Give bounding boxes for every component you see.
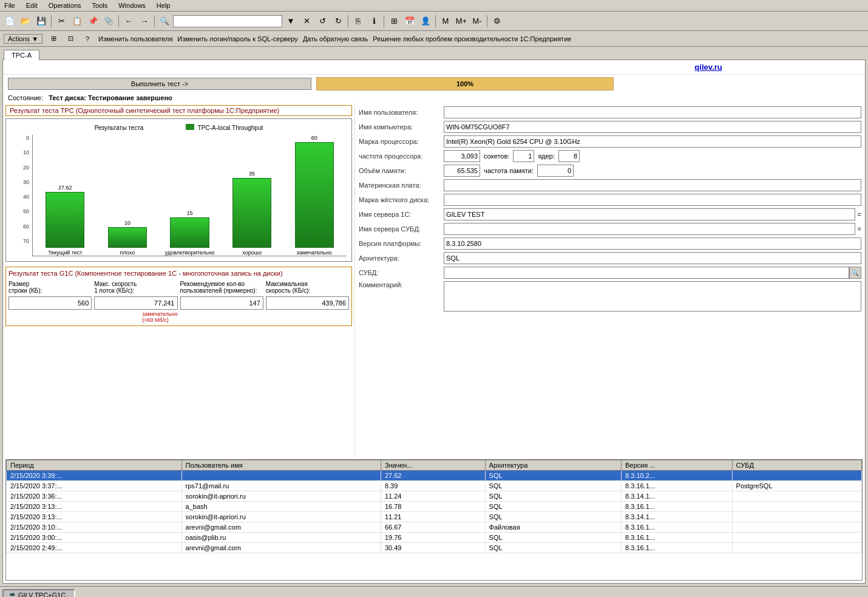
tb-copy2[interactable]: ⎘ bbox=[351, 15, 365, 28]
cores-input[interactable] bbox=[558, 150, 580, 162]
table-row[interactable]: 2/15/2020 3:36:...sorokin@it-apriori.ru1… bbox=[7, 491, 862, 502]
table-row[interactable]: 2/15/2020 2:49:...arevni@gmail.com30.49S… bbox=[7, 543, 862, 553]
data-table-container: Период Пользователь имя Значен... Архите… bbox=[5, 459, 863, 581]
tb-settings[interactable]: ⚙ bbox=[490, 15, 504, 28]
cell-value: 30.49 bbox=[381, 543, 485, 553]
cell-dbms bbox=[732, 533, 861, 543]
dbms-search-btn[interactable]: 🔍 bbox=[849, 267, 861, 279]
tb-user[interactable]: 👤 bbox=[418, 15, 433, 28]
sockets-input[interactable] bbox=[513, 150, 534, 162]
disk-label: Марка жёсткого диска: bbox=[359, 196, 444, 203]
cell-period: 2/15/2020 3:10:... bbox=[7, 522, 182, 533]
cell-dbms bbox=[732, 522, 861, 533]
tb-dropdown[interactable]: ▼ bbox=[283, 15, 298, 28]
cores-label: ядер: bbox=[538, 152, 555, 160]
tb-calendar[interactable]: 📅 bbox=[402, 15, 417, 28]
action-link-3[interactable]: Дать обратную связь bbox=[303, 35, 368, 43]
cell-value: 19.76 bbox=[381, 533, 485, 543]
tb-x[interactable]: ✕ bbox=[299, 15, 314, 28]
status-value: Тест диска: Тестирование завершено bbox=[49, 94, 172, 101]
arch-input[interactable] bbox=[444, 252, 861, 264]
tb-search-input[interactable] bbox=[173, 15, 282, 27]
actions-icon1[interactable]: ⊞ bbox=[47, 33, 59, 45]
legend-color bbox=[186, 124, 194, 130]
tb-m[interactable]: M bbox=[438, 15, 453, 28]
cell-dbms bbox=[732, 491, 861, 502]
server1c-input[interactable] bbox=[444, 208, 855, 220]
table-row[interactable]: 2/15/2020 3:13:...a_bash16.78SQL8.3.16.1… bbox=[7, 502, 862, 512]
tb-paste[interactable]: 📌 bbox=[86, 15, 100, 28]
platform-input[interactable] bbox=[444, 237, 861, 250]
menu-tools[interactable]: Tools bbox=[90, 1, 110, 10]
actions-dropdown[interactable]: Actions ▼ bbox=[4, 34, 42, 44]
g1c-value-2: 77,241 bbox=[94, 296, 177, 310]
menu-operations[interactable]: Operations bbox=[47, 1, 83, 10]
processor-input[interactable] bbox=[444, 135, 861, 148]
cell-user: rps71@mail.ru bbox=[181, 481, 381, 491]
run-test-button[interactable]: Выполнить тест -> bbox=[8, 78, 311, 90]
tb-mplus[interactable]: M+ bbox=[454, 15, 469, 28]
tb-refresh2[interactable]: ↻ bbox=[331, 15, 345, 28]
menu-help[interactable]: Help bbox=[155, 1, 172, 10]
site-link[interactable]: qilev.ru bbox=[694, 63, 722, 72]
form-row-dbms: СУБД: 🔍 bbox=[359, 267, 861, 279]
table-row[interactable]: 2/15/2020 3:39:...27.62SQL8.3.10.2... bbox=[7, 471, 862, 481]
tb-refresh[interactable]: ↺ bbox=[315, 15, 330, 28]
table-row[interactable]: 2/15/2020 3:37:...rps71@mail.ru8.39SQL8.… bbox=[7, 481, 862, 491]
tb-grid[interactable]: ⊞ bbox=[387, 15, 401, 28]
cell-period: 2/15/2020 3:37:... bbox=[7, 481, 182, 491]
tb-copy[interactable]: 📋 bbox=[70, 15, 84, 28]
tb-save[interactable]: 💾 bbox=[34, 15, 49, 28]
tpc-section-title: Результат теста TPC (Однопоточный синтет… bbox=[5, 105, 352, 116]
tb-info[interactable]: ℹ bbox=[367, 15, 381, 28]
cell-period: 2/15/2020 3:36:... bbox=[7, 491, 182, 502]
cell-arch: SQL bbox=[485, 481, 621, 491]
disk-input[interactable] bbox=[444, 194, 861, 206]
left-column: Результат теста TPC (Однопоточный синтет… bbox=[3, 103, 355, 457]
bar-chart: 27.62 Текущий тест 10 плохо 15 bbox=[32, 135, 347, 256]
tb-back[interactable]: ← bbox=[121, 15, 136, 28]
dbms-input[interactable] bbox=[444, 267, 849, 279]
tb-forward[interactable]: → bbox=[137, 15, 152, 28]
cell-version: 8.3.16.1... bbox=[622, 502, 733, 512]
motherboard-input[interactable] bbox=[444, 179, 861, 191]
table-row[interactable]: 2/15/2020 3:10:...arevni@gmail.com66.67Ф… bbox=[7, 522, 862, 533]
menu-windows[interactable]: Windows bbox=[117, 1, 147, 10]
task-button[interactable]: 💻 GILV TPC+G1C bbox=[2, 589, 75, 598]
legend-label: TPC-A-local Throughput bbox=[198, 125, 263, 131]
g1c-header-2: Макс. скорость1 поток (КБ/с): bbox=[94, 281, 177, 294]
menu-file[interactable]: File bbox=[2, 1, 17, 10]
form-row-dbserver: Имя сервера СУБД: = bbox=[359, 223, 861, 235]
tb-mminus[interactable]: M- bbox=[470, 15, 484, 28]
tb-new[interactable]: 📄 bbox=[2, 15, 17, 28]
comment-textarea[interactable] bbox=[444, 281, 861, 312]
action-link-4[interactable]: Решение любых проблем производительности… bbox=[373, 35, 571, 43]
menu-edit[interactable]: Edit bbox=[24, 1, 39, 10]
form-row-arch: Архитектура: bbox=[359, 252, 861, 264]
actions-icon2[interactable]: ⊡ bbox=[64, 33, 76, 45]
tb-paste2[interactable]: 📎 bbox=[101, 15, 116, 28]
cell-value: 27.62 bbox=[381, 471, 485, 481]
tb-search[interactable]: 🔍 bbox=[157, 15, 172, 28]
dbserver-input[interactable] bbox=[444, 223, 855, 235]
username-label: Имя пользователя: bbox=[359, 109, 444, 116]
action-link-2[interactable]: Изменить логин/пароль к SQL-серверу bbox=[177, 35, 298, 43]
cpu-freq-input[interactable] bbox=[444, 150, 480, 162]
computer-input[interactable] bbox=[444, 121, 861, 133]
table-row[interactable]: 2/15/2020 3:13:...sorokin@it-apriori.ru1… bbox=[7, 512, 862, 522]
tb-cut[interactable]: ✂ bbox=[54, 15, 69, 28]
cell-dbms bbox=[732, 502, 861, 512]
g1c-value-4: 439,786 bbox=[266, 296, 349, 310]
form-row-computer: Имя компьютера: bbox=[359, 121, 861, 133]
username-input[interactable] bbox=[444, 106, 861, 118]
tab-tpc-a[interactable]: TPC-A bbox=[4, 50, 39, 60]
actions-help[interactable]: ? bbox=[81, 33, 93, 45]
tb-open[interactable]: 📂 bbox=[18, 15, 33, 28]
action-link-1[interactable]: Изменить пользователя bbox=[98, 35, 172, 43]
col-header-user: Пользователь имя bbox=[181, 460, 381, 471]
y-label-0: 0 bbox=[11, 135, 29, 141]
memory-input[interactable] bbox=[444, 165, 480, 177]
table-row[interactable]: 2/15/2020 3:00:...oasis@plib.ru19.76SQL8… bbox=[7, 533, 862, 543]
bar-value-4: 35 bbox=[249, 171, 255, 177]
mem-freq-input[interactable] bbox=[537, 165, 574, 177]
